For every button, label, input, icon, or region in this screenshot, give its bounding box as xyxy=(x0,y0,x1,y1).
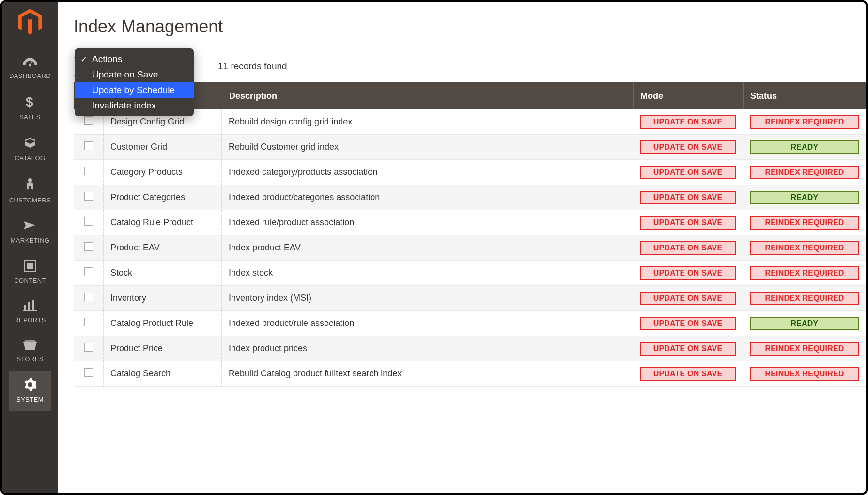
mode-badge: UPDATE ON SAVE xyxy=(640,317,736,330)
mode-badge: UPDATE ON SAVE xyxy=(640,140,736,154)
table-row: Product PriceIndex product pricesUPDATE … xyxy=(74,336,866,361)
sidebar-item-label: MARKETING xyxy=(11,237,50,244)
row-checkbox[interactable] xyxy=(84,116,93,125)
col-mode[interactable]: Mode xyxy=(633,82,743,109)
svg-text:$: $ xyxy=(26,95,33,108)
svg-rect-1 xyxy=(30,61,32,64)
table-row: Customer GridRebuild Customer grid index… xyxy=(74,135,866,160)
row-checkbox[interactable] xyxy=(84,267,93,276)
dropdown-option[interactable]: Update by Schedule xyxy=(75,82,194,98)
mode-badge: UPDATE ON SAVE xyxy=(640,367,736,381)
status-badge: REINDEX REQUIRED xyxy=(750,241,859,255)
sidebar-item-label: DASHBOARD xyxy=(9,72,51,79)
cell-mode: UPDATE ON SAVE xyxy=(633,336,743,361)
table-row: Category ProductsIndexed category/produc… xyxy=(74,160,866,185)
cell-description: Indexed product/rule association xyxy=(222,311,633,336)
sidebar-divider xyxy=(13,44,47,44)
mode-badge: UPDATE ON SAVE xyxy=(640,342,736,356)
page-title: Index Management xyxy=(74,16,866,37)
row-checkbox[interactable] xyxy=(84,343,93,352)
cell-indexer: Stock xyxy=(104,261,222,286)
row-checkbox[interactable] xyxy=(84,167,93,175)
mode-badge: UPDATE ON SAVE xyxy=(640,292,736,305)
row-checkbox[interactable] xyxy=(84,192,93,201)
cell-description: Indexed product/categories association xyxy=(222,185,633,210)
cell-description: Indexed rule/product association xyxy=(222,210,633,235)
mass-actions-control[interactable]: ✓ Actions Update on SaveUpdate by Schedu… xyxy=(74,57,191,76)
sidebar-item-system[interactable]: SYSTEM xyxy=(9,371,51,411)
cell-mode: UPDATE ON SAVE xyxy=(633,261,743,286)
sidebar-item-stores[interactable]: STORES xyxy=(9,331,51,371)
grid-toolbar: ✓ Actions Update on SaveUpdate by Schedu… xyxy=(74,57,866,76)
cell-indexer: Product Price xyxy=(104,336,222,361)
status-badge: READY xyxy=(750,140,859,154)
mode-badge: UPDATE ON SAVE xyxy=(640,191,736,204)
check-icon: ✓ xyxy=(80,54,87,64)
logo-icon xyxy=(18,9,42,35)
mode-badge: UPDATE ON SAVE xyxy=(640,115,736,129)
mass-actions-dropdown: ✓ Actions Update on SaveUpdate by Schedu… xyxy=(75,48,194,116)
marketing-icon xyxy=(23,219,37,233)
sidebar-item-catalog[interactable]: CATALOG xyxy=(9,128,51,170)
sidebar-item-label: CATALOG xyxy=(15,155,46,162)
dropdown-header[interactable]: ✓ Actions xyxy=(75,51,194,67)
row-checkbox[interactable] xyxy=(84,318,93,326)
dropdown-option[interactable]: Update on Save xyxy=(75,67,194,82)
sidebar-item-reports[interactable]: REPORTS xyxy=(9,292,51,331)
row-checkbox[interactable] xyxy=(84,368,93,377)
stores-icon xyxy=(23,339,37,352)
cell-indexer: Product EAV xyxy=(104,235,222,261)
sidebar-item-content[interactable]: CONTENT xyxy=(9,252,51,292)
sidebar-item-dashboard[interactable]: DASHBOARD xyxy=(9,49,51,87)
cell-mode: UPDATE ON SAVE xyxy=(633,235,743,261)
row-checkbox[interactable] xyxy=(84,217,93,226)
row-checkbox[interactable] xyxy=(84,293,93,301)
mode-badge: UPDATE ON SAVE xyxy=(640,241,736,255)
admin-sidebar: DASHBOARD$SALESCATALOGCUSTOMERSMARKETING… xyxy=(2,2,58,493)
sidebar-item-sales[interactable]: $SALES xyxy=(9,87,51,128)
table-row: Product CategoriesIndexed product/catego… xyxy=(74,185,866,210)
sidebar-item-label: REPORTS xyxy=(14,316,46,324)
cell-description: Rebuild Customer grid index xyxy=(222,135,633,160)
cell-status: REINDEX REQUIRED xyxy=(743,210,866,235)
svg-rect-10 xyxy=(23,342,37,343)
cell-description: Index stock xyxy=(222,261,633,286)
cell-indexer: Catalog Rule Product xyxy=(104,210,222,235)
sidebar-item-label: STORES xyxy=(16,356,44,363)
status-badge: REINDEX REQUIRED xyxy=(750,166,859,179)
row-checkbox[interactable] xyxy=(84,141,93,150)
cell-description: Rebuild design config grid index xyxy=(222,109,633,135)
cell-indexer: Inventory xyxy=(104,286,222,311)
cell-status: REINDEX REQUIRED xyxy=(743,336,866,361)
sales-icon: $ xyxy=(26,95,34,110)
cell-status: REINDEX REQUIRED xyxy=(743,109,866,135)
status-badge: REINDEX REQUIRED xyxy=(750,115,859,129)
svg-rect-9 xyxy=(23,310,37,311)
sidebar-item-marketing[interactable]: MARKETING xyxy=(9,212,51,252)
row-checkbox[interactable] xyxy=(84,242,93,251)
svg-rect-8 xyxy=(32,300,34,310)
table-row: Catalog SearchRebuild Catalog product fu… xyxy=(74,361,866,387)
mode-badge: UPDATE ON SAVE xyxy=(640,166,736,179)
records-found: 11 records found xyxy=(218,61,287,72)
dropdown-option[interactable]: Invalidate index xyxy=(75,98,194,113)
table-row: InventoryInventory index (MSI)UPDATE ON … xyxy=(74,286,866,311)
svg-rect-5 xyxy=(27,263,33,269)
cell-mode: UPDATE ON SAVE xyxy=(633,361,743,387)
cell-status: REINDEX REQUIRED xyxy=(743,361,866,387)
index-grid: Indexer Description Mode Status Design C… xyxy=(74,82,866,387)
cell-status: REINDEX REQUIRED xyxy=(743,261,866,286)
content-icon xyxy=(24,260,36,274)
cell-description: Inventory index (MSI) xyxy=(222,286,633,311)
status-badge: REINDEX REQUIRED xyxy=(750,342,859,356)
cell-indexer: Product Categories xyxy=(104,185,222,210)
sidebar-item-customers[interactable]: CUSTOMERS xyxy=(9,170,51,212)
sidebar-item-label: CUSTOMERS xyxy=(9,197,51,204)
col-description[interactable]: Description xyxy=(222,82,633,109)
svg-point-3 xyxy=(28,178,32,182)
cell-mode: UPDATE ON SAVE xyxy=(633,210,743,235)
cell-status: READY xyxy=(743,135,866,160)
mode-badge: UPDATE ON SAVE xyxy=(640,216,736,230)
col-status[interactable]: Status xyxy=(743,82,866,109)
status-badge: REINDEX REQUIRED xyxy=(750,266,859,280)
